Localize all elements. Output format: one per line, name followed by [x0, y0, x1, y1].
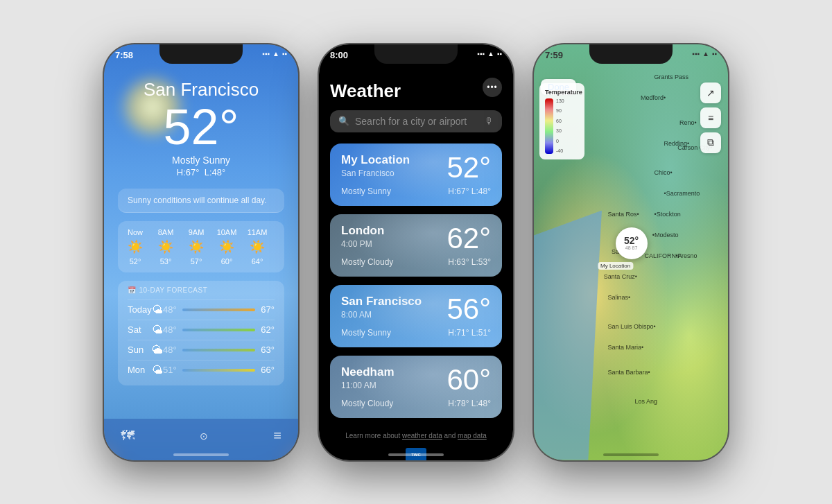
temp-color-gradient — [545, 98, 553, 154]
hourly-item-0: Now ☀️ 52° — [122, 228, 148, 266]
phone3-status-icons: ▪▪▪ ▲ ▪▪ — [692, 50, 717, 58]
list-view-button[interactable]: ≡ — [700, 107, 721, 128]
sun-icon-3: ☀️ — [219, 239, 234, 254]
map-label-santa-maria: Santa Maria• — [607, 344, 643, 351]
list-icon: ≡ — [708, 112, 713, 123]
hourly-item-2: 9AM ☀️ 57° — [183, 228, 209, 266]
phone1-status-icons: ▪▪▪ ▲ ▪▪ — [262, 50, 287, 58]
city-card-temp-0: 52° — [447, 153, 491, 182]
map-data-link[interactable]: map data — [458, 432, 487, 440]
phones-container: 7:58 ▪▪▪ ▲ ▪▪ San Francisco 52° Mostly S… — [0, 0, 832, 504]
map-label-santa-rosa: Santa Ros• — [607, 211, 639, 218]
city-pin-temp: 52° — [624, 236, 639, 245]
map-label-reno: Reno• — [679, 119, 697, 126]
map-label-sacramento: •Sacramento — [664, 190, 700, 197]
signal-icon: ▪▪▪ — [262, 50, 270, 58]
wifi-icon: ▲ — [272, 50, 279, 58]
map-label-los-angeles: Los Ang — [635, 398, 658, 405]
forecast-icon-sun: 🌥 — [152, 344, 163, 356]
hourly-item-1: 8AM ☀️ 53° — [153, 228, 179, 266]
hourly-forecast[interactable]: Now ☀️ 52° 8AM ☀️ 53° 9AM ☀️ — [118, 221, 284, 272]
map-label-san-luis: San Luis Obispo• — [607, 323, 655, 330]
ten-day-forecast: 📅 10-DAY FORECAST Today 🌤 48° 67° Sat — [118, 281, 284, 385]
weather-list-content: Weather 🔍 Search for a city or airport 🎙… — [319, 44, 513, 460]
city-card-sf[interactable]: San Francisco 8:00 AM Mostly Sunny 56° H… — [330, 285, 502, 347]
map-label-salinas: Salinas• — [607, 294, 630, 301]
legend-title: Temperature — [545, 89, 579, 96]
map-label-santa-cruz: Santa Cruz• — [604, 273, 637, 280]
list-icon[interactable]: ≡ — [273, 428, 281, 444]
city-card-condition-3: Mostly Cloudy — [341, 399, 393, 408]
wifi-icon: ▲ — [487, 50, 494, 58]
phone1-screen: 7:58 ▪▪▪ ▲ ▪▪ San Francisco 52° Mostly S… — [104, 44, 298, 460]
forecast-row-sun: Sun 🌥 48° 63° — [128, 340, 275, 360]
forecast-icon-today: 🌤 — [152, 304, 163, 316]
location-icon[interactable]: ⊙ — [200, 431, 208, 442]
layers-icon: ⧉ — [707, 137, 714, 148]
phone-2-city-list: 8:00 ▪▪▪ ▲ ▪▪ ••• Weather 🔍 — [319, 44, 513, 460]
wifi-icon: ▲ — [702, 50, 709, 58]
hourly-item-4: 11AM ☀️ 64° — [244, 228, 270, 266]
map-label-stockton: •Stockton — [655, 211, 681, 218]
phone2-home-indicator — [388, 453, 444, 456]
city-card-hilo-2: H:71° L:51° — [448, 328, 491, 338]
city-card-my-location[interactable]: My Location San Francisco Mostly Sunny 5… — [330, 144, 502, 206]
phone2-notch — [374, 44, 458, 64]
forecast-header: 📅 10-DAY FORECAST — [128, 286, 275, 294]
city-card-temp-1: 62° — [447, 224, 491, 253]
map-label-modesto: •Modesto — [652, 232, 679, 238]
phone2-screen: 8:00 ▪▪▪ ▲ ▪▪ ••• Weather 🔍 — [319, 44, 513, 460]
ellipsis-menu-button[interactable]: ••• — [483, 78, 502, 97]
forecast-row-mon: Mon 🌤 51° 66° — [128, 360, 275, 380]
map-label-santa-barbara: Santa Barbara• — [607, 369, 650, 376]
phone-3-map-view: Grants Pass Medford• Redding• Chico• Ren… — [534, 44, 728, 460]
phone1-time: 7:58 — [115, 50, 133, 60]
weather-footer: Learn more about weather data and map da… — [319, 426, 513, 445]
phone1-notch — [159, 44, 243, 64]
sun-icon-4: ☀️ — [250, 239, 265, 254]
main-temperature: 52° — [118, 102, 284, 152]
city-card-needham[interactable]: Needham 11:00 AM Mostly Cloudy 60° H:78°… — [330, 356, 502, 418]
search-input[interactable]: Search for a city or airport — [355, 116, 479, 127]
phone2-time: 8:00 — [330, 50, 348, 60]
phone3-home-indicator — [603, 453, 659, 456]
search-bar[interactable]: 🔍 Search for a city or airport 🎙 — [330, 110, 502, 132]
location-arrow-button[interactable]: ↗ — [700, 82, 721, 103]
city-card-condition-2: Mostly Sunny — [341, 328, 391, 338]
hi-lo-text: H:67° L:48° — [118, 167, 284, 177]
phone3-screen: Grants Pass Medford• Redding• Chico• Ren… — [534, 44, 728, 460]
forecast-row-today: Today 🌤 48° 67° — [128, 299, 275, 320]
map-right-controls: ↗ ≡ ⧉ — [700, 82, 721, 153]
temp-labels: 130 90 60 30 0 -40 — [556, 98, 564, 154]
mic-icon[interactable]: 🎙 — [485, 116, 494, 126]
city-pin: 52° 48 87 — [616, 227, 648, 259]
city-card-temp-3: 60° — [447, 365, 491, 394]
forecast-icon-mon: 🌤 — [152, 364, 163, 376]
hourly-item-5: 12 ☀️ 6… — [275, 228, 280, 266]
phone2-status-icons: ▪▪▪ ▲ ▪▪ — [477, 50, 502, 58]
condition-text: Mostly Sunny — [118, 155, 284, 166]
map-label-fresno: •Fresno — [675, 252, 697, 259]
layers-button[interactable]: ⧉ — [700, 132, 721, 153]
phone1-content: San Francisco 52° Mostly Sunny H:67° L:4… — [104, 44, 298, 385]
phone3-time: 7:59 — [545, 50, 563, 60]
city-card-condition-0: Mostly Sunny — [341, 186, 391, 196]
battery-icon: ▪▪ — [497, 50, 502, 58]
sun-icon-2: ☀️ — [189, 239, 204, 254]
city-card-hilo-3: H:78° L:48° — [448, 399, 491, 408]
map-icon[interactable]: 🗺 — [121, 428, 135, 444]
phone-1-weather-detail: 7:58 ▪▪▪ ▲ ▪▪ San Francisco 52° Mostly S… — [104, 44, 298, 460]
temperature-legend: Temperature 130 90 60 30 0 -40 — [539, 83, 584, 159]
location-arrow-icon: ↗ — [707, 87, 715, 98]
city-card-hilo-0: H:67° L:48° — [448, 186, 491, 196]
city-pin-label: My Location — [598, 262, 633, 270]
city-card-london[interactable]: London 4:00 PM Mostly Cloudy 62° H:63° L… — [330, 214, 502, 277]
search-icon: 🔍 — [338, 116, 349, 126]
weather-data-link[interactable]: weather data — [402, 432, 442, 440]
signal-icon: ▪▪▪ — [692, 50, 700, 58]
sun-icon-1: ☀️ — [158, 239, 173, 254]
forecast-row-sat: Sat 🌤 48° 62° — [128, 320, 275, 340]
map-label-chico: Chico• — [655, 169, 673, 176]
hourly-item-3: 10AM ☀️ 60° — [214, 228, 240, 266]
city-card-hilo-1: H:63° L:53° — [448, 257, 491, 267]
